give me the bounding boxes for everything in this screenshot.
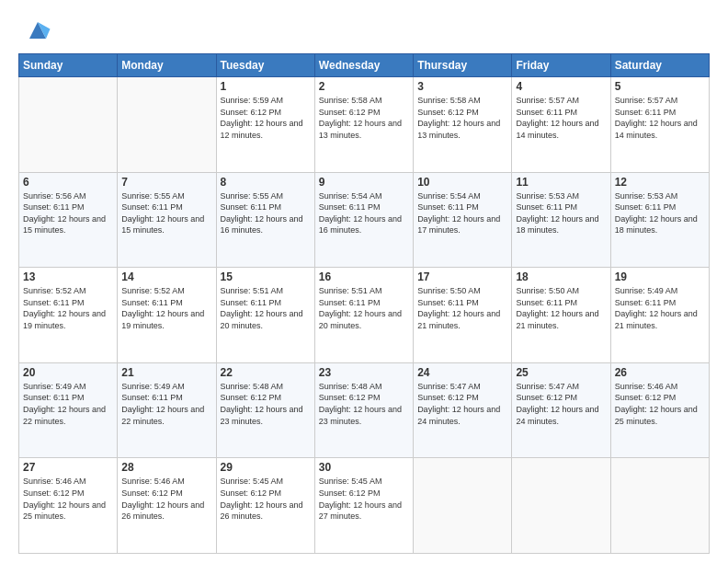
- day-number: 6: [23, 176, 113, 189]
- calendar-week-2: 6Sunrise: 5:56 AM Sunset: 6:11 PM Daylig…: [19, 172, 710, 268]
- calendar-table: SundayMondayTuesdayWednesdayThursdayFrid…: [18, 53, 710, 554]
- day-number: 7: [121, 176, 211, 189]
- day-info: Sunrise: 5:46 AM Sunset: 6:12 PM Dayligh…: [121, 476, 211, 522]
- calendar-cell: [512, 458, 610, 554]
- day-info: Sunrise: 5:45 AM Sunset: 6:12 PM Dayligh…: [221, 476, 311, 522]
- calendar-week-5: 27Sunrise: 5:46 AM Sunset: 6:12 PM Dayli…: [19, 458, 710, 554]
- calendar-cell: 5Sunrise: 5:57 AM Sunset: 6:11 PM Daylig…: [610, 77, 709, 173]
- day-number: 22: [221, 366, 311, 379]
- logo: [18, 17, 51, 44]
- day-number: 5: [615, 80, 705, 93]
- day-number: 12: [615, 176, 705, 189]
- weekday-tuesday: Tuesday: [216, 54, 314, 77]
- calendar-cell: 8Sunrise: 5:55 AM Sunset: 6:11 PM Daylig…: [216, 172, 314, 268]
- calendar-cell: 2Sunrise: 5:58 AM Sunset: 6:12 PM Daylig…: [314, 77, 413, 173]
- calendar-cell: 25Sunrise: 5:47 AM Sunset: 6:12 PM Dayli…: [512, 362, 610, 458]
- day-number: 19: [615, 270, 705, 283]
- day-info: Sunrise: 5:48 AM Sunset: 6:12 PM Dayligh…: [221, 381, 311, 427]
- day-number: 15: [221, 270, 311, 283]
- calendar-cell: 21Sunrise: 5:49 AM Sunset: 6:11 PM Dayli…: [118, 362, 216, 458]
- calendar-cell: 14Sunrise: 5:52 AM Sunset: 6:11 PM Dayli…: [118, 268, 216, 363]
- calendar-cell: 26Sunrise: 5:46 AM Sunset: 6:12 PM Dayli…: [610, 362, 709, 458]
- day-info: Sunrise: 5:50 AM Sunset: 6:11 PM Dayligh…: [516, 285, 606, 331]
- day-info: Sunrise: 5:58 AM Sunset: 6:12 PM Dayligh…: [319, 95, 409, 141]
- day-number: 8: [221, 176, 311, 189]
- calendar-cell: 16Sunrise: 5:51 AM Sunset: 6:11 PM Dayli…: [314, 268, 413, 363]
- day-info: Sunrise: 5:50 AM Sunset: 6:11 PM Dayligh…: [417, 285, 507, 331]
- day-info: Sunrise: 5:45 AM Sunset: 6:12 PM Dayligh…: [319, 476, 409, 522]
- weekday-sunday: Sunday: [19, 54, 118, 77]
- page: SundayMondayTuesdayWednesdayThursdayFrid…: [0, 0, 728, 563]
- calendar-cell: 28Sunrise: 5:46 AM Sunset: 6:12 PM Dayli…: [118, 458, 216, 554]
- day-info: Sunrise: 5:57 AM Sunset: 6:11 PM Dayligh…: [516, 95, 606, 141]
- calendar-cell: 27Sunrise: 5:46 AM Sunset: 6:12 PM Dayli…: [19, 458, 118, 554]
- day-number: 1: [221, 80, 311, 93]
- day-number: 25: [516, 366, 606, 379]
- day-number: 3: [417, 80, 507, 93]
- header: [18, 17, 710, 44]
- calendar-cell: 23Sunrise: 5:48 AM Sunset: 6:12 PM Dayli…: [314, 362, 413, 458]
- day-info: Sunrise: 5:55 AM Sunset: 6:11 PM Dayligh…: [221, 190, 311, 236]
- day-info: Sunrise: 5:53 AM Sunset: 6:11 PM Dayligh…: [516, 190, 606, 236]
- day-number: 23: [319, 366, 409, 379]
- calendar-cell: 11Sunrise: 5:53 AM Sunset: 6:11 PM Dayli…: [512, 172, 610, 268]
- day-number: 13: [23, 270, 113, 283]
- calendar-week-4: 20Sunrise: 5:49 AM Sunset: 6:11 PM Dayli…: [19, 362, 710, 458]
- day-info: Sunrise: 5:51 AM Sunset: 6:11 PM Dayligh…: [319, 285, 409, 331]
- calendar-cell: [118, 77, 216, 173]
- day-number: 21: [121, 366, 211, 379]
- day-info: Sunrise: 5:46 AM Sunset: 6:12 PM Dayligh…: [615, 381, 705, 427]
- day-number: 24: [417, 366, 507, 379]
- weekday-wednesday: Wednesday: [314, 54, 413, 77]
- calendar-week-3: 13Sunrise: 5:52 AM Sunset: 6:11 PM Dayli…: [19, 268, 710, 363]
- calendar-cell: 7Sunrise: 5:55 AM Sunset: 6:11 PM Daylig…: [118, 172, 216, 268]
- calendar-cell: [19, 77, 118, 173]
- day-number: 18: [516, 270, 606, 283]
- calendar-cell: 29Sunrise: 5:45 AM Sunset: 6:12 PM Dayli…: [216, 458, 314, 554]
- day-info: Sunrise: 5:46 AM Sunset: 6:12 PM Dayligh…: [23, 476, 113, 522]
- calendar-cell: 6Sunrise: 5:56 AM Sunset: 6:11 PM Daylig…: [19, 172, 118, 268]
- day-info: Sunrise: 5:59 AM Sunset: 6:12 PM Dayligh…: [221, 95, 311, 141]
- day-info: Sunrise: 5:51 AM Sunset: 6:11 PM Dayligh…: [221, 285, 311, 331]
- calendar-cell: 24Sunrise: 5:47 AM Sunset: 6:12 PM Dayli…: [414, 362, 512, 458]
- weekday-saturday: Saturday: [610, 54, 709, 77]
- calendar-cell: 19Sunrise: 5:49 AM Sunset: 6:11 PM Dayli…: [610, 268, 709, 363]
- day-info: Sunrise: 5:47 AM Sunset: 6:12 PM Dayligh…: [417, 381, 507, 427]
- day-number: 11: [516, 176, 606, 189]
- calendar-cell: 17Sunrise: 5:50 AM Sunset: 6:11 PM Dayli…: [414, 268, 512, 363]
- weekday-monday: Monday: [118, 54, 216, 77]
- day-info: Sunrise: 5:49 AM Sunset: 6:11 PM Dayligh…: [23, 381, 113, 427]
- day-number: 30: [319, 461, 409, 474]
- day-info: Sunrise: 5:52 AM Sunset: 6:11 PM Dayligh…: [121, 285, 211, 331]
- logo-icon: [24, 17, 51, 44]
- day-number: 2: [319, 80, 409, 93]
- day-info: Sunrise: 5:54 AM Sunset: 6:11 PM Dayligh…: [319, 190, 409, 236]
- day-number: 29: [221, 461, 311, 474]
- day-info: Sunrise: 5:48 AM Sunset: 6:12 PM Dayligh…: [319, 381, 409, 427]
- calendar-cell: 22Sunrise: 5:48 AM Sunset: 6:12 PM Dayli…: [216, 362, 314, 458]
- day-info: Sunrise: 5:56 AM Sunset: 6:11 PM Dayligh…: [23, 190, 113, 236]
- calendar-cell: 3Sunrise: 5:58 AM Sunset: 6:12 PM Daylig…: [414, 77, 512, 173]
- calendar-cell: 1Sunrise: 5:59 AM Sunset: 6:12 PM Daylig…: [216, 77, 314, 173]
- day-number: 14: [121, 270, 211, 283]
- day-number: 10: [417, 176, 507, 189]
- calendar-cell: 20Sunrise: 5:49 AM Sunset: 6:11 PM Dayli…: [19, 362, 118, 458]
- weekday-header-row: SundayMondayTuesdayWednesdayThursdayFrid…: [19, 54, 710, 77]
- day-number: 4: [516, 80, 606, 93]
- day-number: 28: [121, 461, 211, 474]
- day-number: 17: [417, 270, 507, 283]
- calendar-cell: 30Sunrise: 5:45 AM Sunset: 6:12 PM Dayli…: [314, 458, 413, 554]
- day-number: 26: [615, 366, 705, 379]
- calendar-cell: 18Sunrise: 5:50 AM Sunset: 6:11 PM Dayli…: [512, 268, 610, 363]
- day-info: Sunrise: 5:58 AM Sunset: 6:12 PM Dayligh…: [417, 95, 507, 141]
- day-info: Sunrise: 5:57 AM Sunset: 6:11 PM Dayligh…: [615, 95, 705, 141]
- day-number: 20: [23, 366, 113, 379]
- day-info: Sunrise: 5:49 AM Sunset: 6:11 PM Dayligh…: [121, 381, 211, 427]
- day-number: 16: [319, 270, 409, 283]
- weekday-friday: Friday: [512, 54, 610, 77]
- day-info: Sunrise: 5:55 AM Sunset: 6:11 PM Dayligh…: [121, 190, 211, 236]
- day-info: Sunrise: 5:49 AM Sunset: 6:11 PM Dayligh…: [615, 285, 705, 331]
- day-info: Sunrise: 5:52 AM Sunset: 6:11 PM Dayligh…: [23, 285, 113, 331]
- calendar-cell: 10Sunrise: 5:54 AM Sunset: 6:11 PM Dayli…: [414, 172, 512, 268]
- calendar-cell: [414, 458, 512, 554]
